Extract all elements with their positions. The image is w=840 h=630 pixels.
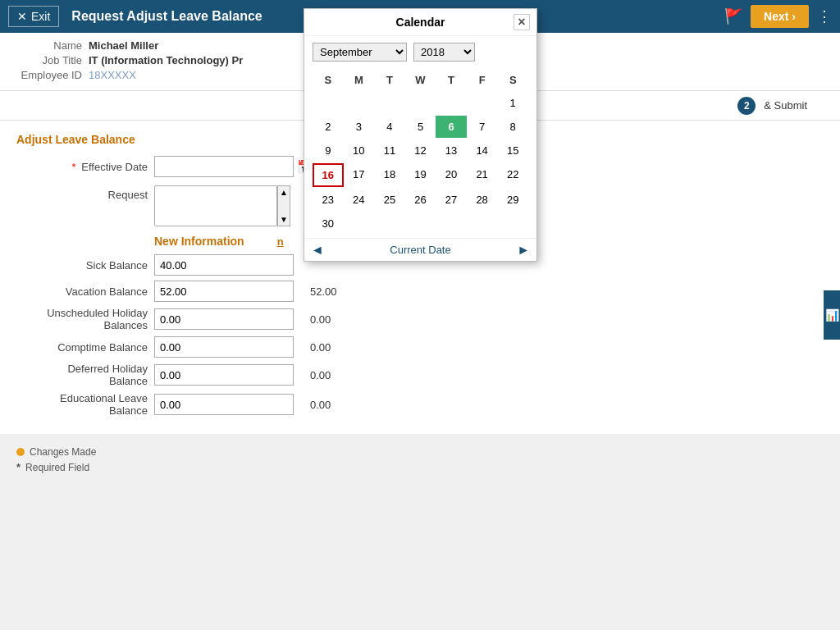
month-select[interactable]: JanuaryFebruaryMarchAprilMayJuneJulyAugu…	[313, 43, 407, 62]
calendar-week: 16171819202122	[313, 163, 528, 187]
calendar-week: 30	[313, 212, 528, 235]
calendar-day[interactable]: 1	[497, 92, 528, 114]
calendar-day[interactable]: 14	[467, 139, 498, 162]
calendar-day	[405, 92, 436, 114]
calendar-day[interactable]: 11	[374, 139, 405, 162]
calendar-day[interactable]: 18	[374, 163, 405, 187]
calendar-day[interactable]: 30	[313, 212, 344, 235]
calendar-day[interactable]: 17	[344, 163, 375, 187]
day-header: T	[374, 71, 405, 89]
calendar-day[interactable]: 20	[436, 163, 467, 187]
day-header: S	[497, 71, 528, 89]
next-month-button[interactable]: ►	[517, 243, 530, 258]
calendar-week: 1	[313, 92, 528, 114]
calendar-header: Calendar ×	[304, 9, 536, 36]
calendar-day	[344, 212, 375, 235]
calendar-day	[436, 212, 467, 235]
day-header: W	[405, 71, 436, 89]
calendar-popup: Calendar × JanuaryFebruaryMarchAprilMayJ…	[304, 8, 537, 262]
calendar-day[interactable]: 4	[374, 116, 405, 138]
calendar-day[interactable]: 27	[436, 189, 467, 211]
calendar-day[interactable]: 25	[374, 189, 405, 211]
calendar-day[interactable]: 26	[405, 189, 436, 211]
calendar-day	[374, 212, 405, 235]
calendar-day	[467, 92, 498, 114]
calendar-day	[313, 92, 344, 114]
calendar-day[interactable]: 9	[313, 139, 344, 162]
calendar-grid: SMTWTFS 12345678910111213141516171819202…	[304, 68, 536, 238]
calendar-day[interactable]: 24	[344, 189, 375, 211]
year-select[interactable]: 20162017201820192020	[413, 43, 475, 62]
calendar-footer: ◄ Current Date ►	[304, 238, 536, 261]
calendar-day[interactable]: 22	[497, 163, 528, 187]
calendar-day	[405, 212, 436, 235]
calendar-day[interactable]: 23	[313, 189, 344, 211]
calendar-day	[436, 92, 467, 114]
calendar-day[interactable]: 13	[436, 139, 467, 162]
day-header: T	[436, 71, 467, 89]
calendar-day[interactable]: 12	[405, 139, 436, 162]
prev-month-button[interactable]: ◄	[311, 243, 324, 258]
calendar-day[interactable]: 2	[313, 116, 344, 138]
calendar-week: 2345678	[313, 116, 528, 138]
calendar-close-button[interactable]: ×	[514, 14, 530, 30]
day-header: S	[313, 71, 344, 89]
calendar-day[interactable]: 10	[344, 139, 375, 162]
calendar-day	[344, 92, 375, 114]
calendar-day	[374, 92, 405, 114]
calendar-day	[497, 212, 528, 235]
calendar-day[interactable]: 16	[313, 163, 344, 187]
current-date-link[interactable]: Current Date	[390, 244, 450, 256]
calendar-day[interactable]: 29	[497, 189, 528, 211]
calendar-day[interactable]: 7	[467, 116, 498, 138]
calendar-day[interactable]: 8	[497, 116, 528, 138]
calendar-day[interactable]: 28	[467, 189, 498, 211]
calendar-day[interactable]: 15	[497, 139, 528, 162]
calendar-week: 23242526272829	[313, 189, 528, 211]
calendar-day	[467, 212, 498, 235]
day-header: M	[344, 71, 375, 89]
calendar-day[interactable]: 21	[467, 163, 498, 187]
calendar-title: Calendar	[313, 16, 528, 29]
calendar-day[interactable]: 19	[405, 163, 436, 187]
day-header: F	[467, 71, 498, 89]
calendar-overlay: Calendar × JanuaryFebruaryMarchAprilMayJ…	[0, 0, 840, 630]
calendar-controls: JanuaryFebruaryMarchAprilMayJuneJulyAugu…	[304, 36, 536, 68]
calendar-day[interactable]: 5	[405, 116, 436, 138]
calendar-week: 9101112131415	[313, 139, 528, 162]
calendar-weeks: 1234567891011121314151617181920212223242…	[313, 92, 528, 235]
day-headers: SMTWTFS	[313, 71, 528, 89]
calendar-day[interactable]: 3	[344, 116, 375, 138]
calendar-day[interactable]: 6	[436, 116, 467, 138]
